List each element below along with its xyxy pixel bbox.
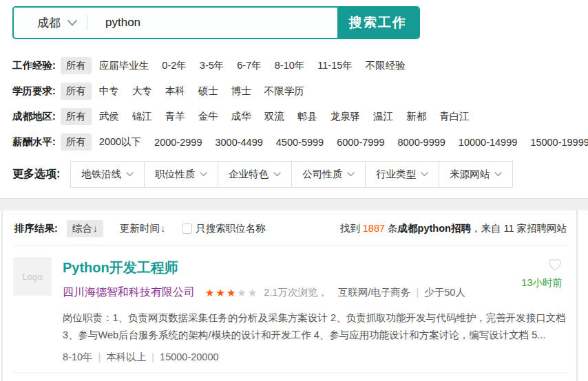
more-options-dropdown[interactable]: 公司性质 bbox=[291, 162, 365, 187]
heart-icon bbox=[547, 257, 563, 271]
filter-option[interactable]: 6000-7999 bbox=[337, 135, 384, 150]
section-divider bbox=[0, 198, 588, 210]
filter-option[interactable]: 大专 bbox=[132, 83, 152, 100]
filter-option[interactable]: 所有 bbox=[61, 57, 92, 74]
filter-option[interactable]: 本科 bbox=[165, 83, 185, 100]
filter-option[interactable]: 11-15年 bbox=[317, 57, 353, 74]
filter-option[interactable]: 温江 bbox=[373, 108, 393, 125]
job-meta-item: 8-10年 bbox=[63, 351, 93, 362]
filter-option[interactable]: 新都 bbox=[406, 108, 426, 125]
post-time: 13小时前 bbox=[521, 276, 563, 290]
more-options-row: 更多选项: 地铁沿线职位性质企业特色公司性质行业类型来源网站 bbox=[0, 161, 588, 188]
dropdown-label: 公司性质 bbox=[302, 168, 342, 181]
filter-option[interactable]: 2000以下 bbox=[99, 133, 141, 151]
sort-option[interactable]: 综合↓ bbox=[67, 220, 103, 237]
filter-option[interactable]: 武侯 bbox=[99, 108, 119, 125]
star-rating: ★★★★★ bbox=[205, 287, 258, 299]
result-suffix: ，来自 11 家招聘网站 bbox=[471, 223, 567, 234]
job-title-link[interactable]: Python开发工程师 bbox=[63, 259, 178, 277]
filter-option[interactable]: 6-7年 bbox=[237, 57, 261, 74]
job-row: BBD中级Python工程师成都数联铭品科技有限公司★★★★★1.8万次浏览，互… bbox=[13, 373, 568, 381]
search-button[interactable]: 搜索工作 bbox=[337, 8, 419, 38]
result-keyword: 成都python招聘 bbox=[398, 223, 471, 234]
filter-rows: 工作经验:所有应届毕业生0-2年3-5年6-7年8-10年11-15年不限经验学… bbox=[0, 57, 588, 151]
filter-option[interactable]: 博士 bbox=[231, 83, 251, 100]
filter-option[interactable]: 10000-14999 bbox=[459, 135, 517, 150]
sort-option[interactable]: 更新时间↓ bbox=[114, 220, 171, 237]
job-meta-item: 本科以上 bbox=[106, 351, 146, 362]
filter-option[interactable]: 3-5年 bbox=[200, 57, 224, 74]
dropdown-label: 职位性质 bbox=[155, 168, 195, 181]
dropdown-label: 企业特色 bbox=[229, 168, 269, 181]
filter-option[interactable]: 青羊 bbox=[165, 108, 185, 125]
company-link[interactable]: 四川海德智和科技有限公司 bbox=[63, 285, 195, 300]
filter-option[interactable]: 郫县 bbox=[297, 108, 317, 125]
city-label: 成都 bbox=[37, 15, 61, 31]
sort-label: 排序结果: bbox=[14, 222, 58, 235]
filter-row: 薪酬水平:所有2000以下2000-29993000-44994500-5999… bbox=[12, 133, 588, 151]
filter-option[interactable]: 硕士 bbox=[198, 83, 218, 100]
result-mid: 条 bbox=[385, 223, 398, 234]
filter-option[interactable]: 锦江 bbox=[132, 108, 152, 125]
dropdown-label: 地铁沿线 bbox=[81, 168, 121, 181]
result-summary: 找到 1887 条成都python招聘，来自 11 家招聘网站 bbox=[340, 222, 567, 235]
filter-option[interactable]: 不限学历 bbox=[264, 83, 304, 100]
chevron-down-icon bbox=[273, 172, 281, 177]
filter-option[interactable]: 不限经验 bbox=[366, 57, 406, 74]
filter-label: 学历要求: bbox=[12, 85, 56, 98]
chevron-down-icon bbox=[347, 172, 355, 177]
filter-option[interactable]: 金牛 bbox=[198, 108, 218, 125]
title-only-label[interactable]: 只搜索职位名称 bbox=[196, 222, 266, 235]
filter-option[interactable]: 8000-9999 bbox=[397, 135, 445, 150]
city-selector[interactable]: 成都 bbox=[14, 8, 87, 38]
down-arrow-icon: ↓ bbox=[160, 223, 165, 234]
filter-option[interactable]: 成华 bbox=[231, 108, 251, 125]
company-scale: 少于50人 bbox=[424, 287, 465, 298]
filter-option[interactable]: 4500-5999 bbox=[276, 135, 324, 150]
star-icon: ★ bbox=[227, 287, 237, 298]
filter-option[interactable]: 应届毕业生 bbox=[99, 57, 149, 74]
more-options-dropdown[interactable]: 企业特色 bbox=[218, 162, 291, 187]
filter-option[interactable]: 3000-4499 bbox=[215, 135, 262, 150]
more-options-dropdown[interactable]: 职位性质 bbox=[144, 162, 218, 187]
result-count: 1887 bbox=[363, 223, 385, 234]
down-arrow-icon: ↓ bbox=[93, 223, 98, 234]
more-options-label: 更多选项: bbox=[12, 167, 60, 182]
filter-option[interactable]: 15000-19999 bbox=[530, 135, 588, 150]
star-icon: ★ bbox=[237, 287, 247, 298]
filter-option[interactable]: 中专 bbox=[99, 83, 119, 100]
job-row: LogoPython开发工程师四川海德智和科技有限公司★★★★★2.1万次浏览，… bbox=[13, 246, 568, 373]
filter-option[interactable]: 所有 bbox=[61, 133, 92, 151]
filter-option[interactable]: 双流 bbox=[264, 108, 284, 125]
chevron-down-icon bbox=[67, 20, 77, 26]
filter-option[interactable]: 所有 bbox=[61, 83, 92, 100]
star-icon: ★ bbox=[216, 287, 226, 298]
filter-row: 成都地区:所有武侯锦江青羊金牛成华双流郫县龙泉驿温江新都青白江 bbox=[12, 108, 588, 125]
dropdown-label: 行业类型 bbox=[376, 168, 416, 181]
more-options-dropdown[interactable]: 行业类型 bbox=[365, 162, 439, 187]
pipe-divider: | bbox=[146, 351, 160, 362]
search-section: 成都 搜索工作 bbox=[0, 0, 588, 39]
company-row: 四川海德智和科技有限公司★★★★★2.1万次浏览，互联网/电子商务|少于50人 bbox=[63, 285, 568, 300]
more-options-group: 地铁沿线职位性质企业特色公司性质行业类型来源网站 bbox=[70, 161, 513, 188]
job-meta: 8-10年|本科以上|15000-20000 bbox=[63, 351, 568, 364]
filter-label: 工作经验: bbox=[12, 59, 56, 72]
job-main: Python开发工程师四川海德智和科技有限公司★★★★★2.1万次浏览，互联网/… bbox=[63, 257, 568, 364]
filter-option[interactable]: 龙泉驿 bbox=[330, 108, 361, 125]
filter-option[interactable]: 青白江 bbox=[439, 108, 470, 125]
more-options-dropdown[interactable]: 来源网站 bbox=[439, 162, 512, 187]
favorite-button[interactable] bbox=[547, 257, 563, 271]
company-logo: Logo bbox=[13, 257, 52, 296]
filter-option[interactable]: 所有 bbox=[61, 108, 92, 125]
title-only-checkbox[interactable] bbox=[182, 224, 192, 234]
search-input[interactable] bbox=[87, 8, 337, 38]
filter-option[interactable]: 8-10年 bbox=[275, 57, 305, 74]
more-options-dropdown[interactable]: 地铁沿线 bbox=[71, 162, 144, 187]
chevron-down-icon bbox=[494, 172, 502, 177]
filter-row: 学历要求:所有中专大专本科硕士博士不限学历 bbox=[12, 83, 588, 100]
company-industry: 互联网/电子商务|少于50人 bbox=[338, 286, 465, 299]
filter-option[interactable]: 2000-2999 bbox=[154, 135, 202, 150]
filter-row: 工作经验:所有应届毕业生0-2年3-5年6-7年8-10年11-15年不限经验 bbox=[12, 57, 588, 74]
filter-option[interactable]: 0-2年 bbox=[162, 57, 186, 74]
results-panel: 排序结果: 综合↓更新时间↓ 只搜索职位名称 找到 1887 条成都python… bbox=[1, 210, 578, 381]
